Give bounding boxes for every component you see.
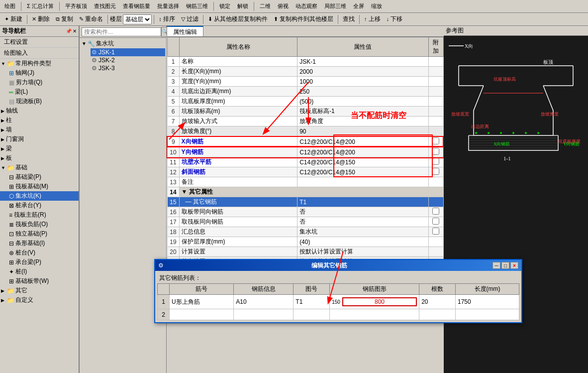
- layer-select[interactable]: 基础层: [123, 14, 152, 24]
- toolbar-fullscreen[interactable]: 全屏: [351, 1, 367, 11]
- toolbar-unlock[interactable]: 解锁: [235, 1, 251, 11]
- row-value-16[interactable]: 否: [297, 207, 428, 217]
- search-input[interactable]: [82, 27, 161, 36]
- nav-pin[interactable]: 📌: [66, 28, 72, 34]
- dialog-min-btn[interactable]: ─: [492, 262, 500, 269]
- row-value-6[interactable]: 筏板底标高-1: [297, 107, 428, 117]
- dialog-cell-drawno-1[interactable]: T1: [294, 295, 330, 309]
- tree-item-stripfound[interactable]: ⊟ 基础梁(P): [0, 172, 79, 182]
- dialog-cell-count-2[interactable]: [419, 309, 456, 320]
- toolbar-view-rebar[interactable]: 查看钢筋量: [120, 1, 153, 11]
- btn-delete[interactable]: ✕ 删除: [29, 14, 52, 24]
- row-cb-9[interactable]: [428, 136, 443, 147]
- row-value-9[interactable]: C12@200/C14@200: [297, 136, 428, 147]
- nav-tab-engineering[interactable]: 工程设置: [0, 37, 79, 48]
- row-value-13[interactable]: [297, 177, 428, 187]
- tree-item-piletai[interactable]: ⊛ 桩台(V): [0, 248, 79, 257]
- property-scroll[interactable]: 属性名称 属性值 附加 1 名称 JSK-1: [167, 37, 444, 277]
- tree-item-sump[interactable]: ⬡ 集水坑(K): [0, 191, 79, 201]
- dialog-table-row-1[interactable]: 1 U形上角筋 A10 T1 150: [158, 295, 519, 309]
- tree-item-wall[interactable]: ▶ 墙: [0, 125, 79, 134]
- row-value-8[interactable]: 90: [297, 126, 428, 137]
- btn-copy-from[interactable]: ⬇ 从其他楼层复制构件: [205, 14, 270, 24]
- btn-up[interactable]: ↑ 上移: [362, 14, 383, 24]
- tree-item-common[interactable]: ▼ 📁 常用构件类型: [0, 59, 79, 68]
- dialog-cell-shape-2[interactable]: [330, 309, 419, 320]
- toolbar-local-3d[interactable]: 局部三维: [322, 1, 349, 11]
- row-value-2[interactable]: 2000: [297, 67, 428, 77]
- row-cb-18[interactable]: [428, 227, 443, 237]
- dialog-cell-count-1[interactable]: 20: [419, 295, 456, 309]
- row-value-17[interactable]: 否: [297, 217, 428, 227]
- row-value-20[interactable]: 按默认计算设置计算: [297, 247, 428, 257]
- shape-value-input[interactable]: [343, 298, 416, 305]
- row-value-1[interactable]: JSK-1: [297, 57, 428, 67]
- tree-item-jsk3[interactable]: ⚙ JSK-3: [91, 64, 165, 72]
- tree-item-shearwall[interactable]: ▦ 剪力墙(Q): [0, 78, 79, 87]
- table-row-selected[interactable]: 15 — 其它钢筋 T1: [167, 197, 443, 207]
- row-cb-12[interactable]: [428, 167, 443, 177]
- nav-tab-drawing[interactable]: 绘图输入: [0, 48, 79, 59]
- row-cb-10[interactable]: [428, 147, 443, 157]
- dialog-max-btn[interactable]: □: [501, 262, 509, 269]
- row-value-18[interactable]: 集水坑: [297, 227, 428, 237]
- tree-root-sump[interactable]: ▼ 🔧 集水坑: [81, 39, 165, 48]
- row-value-12[interactable]: C12@200/C14@150: [297, 167, 428, 177]
- tree-item-strip2[interactable]: ⊟ 条形基础(I): [0, 239, 79, 248]
- row-value-4[interactable]: 250: [297, 87, 428, 97]
- tree-item-axis[interactable]: ⊞ 轴网(J): [0, 68, 79, 78]
- tree-item-bearing[interactable]: ⊞ 承台梁(P): [0, 257, 79, 267]
- dialog-cell-barno-1[interactable]: U形上角筋: [170, 295, 234, 309]
- tree-item-pile2[interactable]: ✦ 桩(I): [0, 267, 79, 276]
- tree-item-beam[interactable]: ═ 梁(L): [0, 87, 79, 97]
- dialog-cell-info-2[interactable]: [234, 309, 294, 320]
- btn-copy[interactable]: ⧉ 复制: [53, 14, 76, 24]
- edit-rebar-dialog[interactable]: ⚙ 编辑其它钢筋 ─ □ × 其它钢筋列表： 筋号 钢筋信息 图号 钢筋图形 根: [154, 259, 522, 323]
- dialog-cell-length-2[interactable]: [456, 309, 519, 320]
- toolbar-draw[interactable]: 绘图: [2, 1, 18, 11]
- tree-item-jsk1[interactable]: ⚙ JSK-1: [91, 48, 165, 56]
- toolbar-top-view[interactable]: 俯视: [275, 1, 291, 11]
- row-cb-16[interactable]: [428, 207, 443, 217]
- toolbar-2d[interactable]: 二维: [257, 1, 273, 11]
- row-value-19[interactable]: (40): [297, 237, 428, 247]
- tree-item-isolated[interactable]: ⊡ 独立基础(P): [0, 229, 79, 239]
- tree-item-raft[interactable]: ⊞ 筏板基础(M): [0, 182, 79, 191]
- dialog-cell-drawno-2[interactable]: [294, 309, 330, 320]
- toolbar-lock[interactable]: 锁定: [217, 1, 233, 11]
- btn-filter[interactable]: ▽ 过滤: [179, 14, 201, 24]
- tree-item-slab2[interactable]: ▶ 板: [0, 153, 79, 163]
- dialog-close-btn[interactable]: ×: [510, 262, 518, 269]
- tree-item-jsk2[interactable]: ⚙ JSK-2: [91, 56, 165, 64]
- toolbar-batch-select[interactable]: 批量选择: [155, 1, 182, 11]
- tree-item-basketneg[interactable]: ≣ 筏板负筋(O): [0, 220, 79, 229]
- row-cb-17[interactable]: [428, 217, 443, 227]
- btn-rename[interactable]: ✎ 重命名: [77, 14, 105, 24]
- btn-new[interactable]: ✦ 新建: [2, 14, 25, 24]
- row-cb-11[interactable]: [428, 157, 443, 167]
- row-value-10[interactable]: C12@200/C14@200: [297, 147, 428, 157]
- dialog-cell-length-1[interactable]: 1750: [456, 295, 519, 309]
- btn-copy-to[interactable]: ⬆ 复制构件到其他楼层: [271, 14, 336, 24]
- tree-item-opening[interactable]: ▶ 门窗洞: [0, 134, 79, 144]
- row-value-15[interactable]: T1: [297, 197, 428, 207]
- row-value-7[interactable]: 放坡角度: [297, 117, 428, 126]
- tree-item-column[interactable]: ▶ 柱: [0, 116, 79, 125]
- shape-edit-cell[interactable]: [342, 297, 417, 306]
- toolbar-align-top[interactable]: 平齐板顶: [63, 1, 90, 11]
- tree-item-foundband[interactable]: ⊞ 基础板带(W): [0, 276, 79, 286]
- toolbar-dynamic[interactable]: 动态观察: [293, 1, 320, 11]
- btn-find[interactable]: 查找: [340, 14, 357, 24]
- tree-item-slab[interactable]: ▤ 现浇板(B): [0, 97, 79, 106]
- dialog-cell-info-1[interactable]: A10: [234, 295, 294, 309]
- tree-item-custom[interactable]: ▶ 📁 自定义: [0, 295, 79, 305]
- tree-item-beam2[interactable]: ▶ 梁: [0, 144, 79, 153]
- tree-item-other[interactable]: ▶ 📁 其它: [0, 286, 79, 295]
- toolbar-zoom[interactable]: 缩放: [369, 1, 385, 11]
- toolbar-find-elem[interactable]: 查找图元: [92, 1, 118, 11]
- tree-item-foundation[interactable]: ▼ 📁 基础: [0, 163, 79, 172]
- toolbar-rebar-3d[interactable]: 钢筋三维: [184, 1, 210, 11]
- dialog-cell-barno-2[interactable]: [170, 309, 234, 320]
- row-value-5[interactable]: (500): [297, 97, 428, 107]
- btn-down[interactable]: ↓ 下移: [384, 14, 405, 24]
